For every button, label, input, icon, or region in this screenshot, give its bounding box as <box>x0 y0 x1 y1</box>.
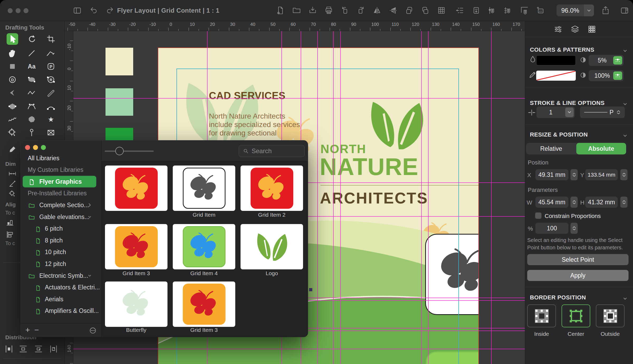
stroke-opacity-slider-button[interactable] <box>613 71 622 80</box>
sidebar-item-10-pitch[interactable]: 10 pitch <box>21 246 102 258</box>
thumbnail-size-slider-knob[interactable] <box>115 147 124 155</box>
distribute-top-icon[interactable] <box>17 343 29 355</box>
open-folder-icon[interactable] <box>292 6 301 15</box>
guide-vertical[interactable] <box>421 31 422 364</box>
sidebar-item-flyer-graphics[interactable]: Flyer Graphics <box>21 176 102 187</box>
share-icon[interactable] <box>601 6 610 15</box>
rectangle-tool[interactable] <box>7 61 18 72</box>
constrain-proportions-checkbox[interactable] <box>535 212 541 219</box>
colors-patterns-collapse-icon[interactable] <box>622 47 629 54</box>
relative-tab[interactable]: Relative <box>526 143 576 154</box>
chevron-right-icon[interactable] <box>87 202 93 208</box>
radius-tool[interactable]: R <box>45 74 57 85</box>
stroke-contrast-icon[interactable] <box>579 71 587 79</box>
y-stepper[interactable] <box>620 169 627 180</box>
colors-patterns-header[interactable]: COLORS & PATTERNS <box>530 46 594 53</box>
distribute-icon[interactable] <box>455 6 465 15</box>
guide-vertical[interactable] <box>428 31 429 364</box>
line-tool[interactable] <box>26 47 37 59</box>
diameter-tool[interactable]: D <box>7 74 18 85</box>
library-more-button[interactable] <box>89 327 97 334</box>
placeholder-tool[interactable] <box>45 127 57 138</box>
chevron-down-icon[interactable] <box>87 214 93 220</box>
resize-position-header[interactable]: RESIZE & POSITION <box>530 131 588 138</box>
undo-icon[interactable] <box>89 6 98 15</box>
star-tool[interactable]: ★ <box>45 114 57 125</box>
center-mark-tool[interactable] <box>7 127 18 138</box>
sidebar-item-pre-installed-libraries[interactable]: Pre-Installed Libraries <box>21 188 102 199</box>
chevron-down-icon[interactable] <box>87 273 93 279</box>
search-input[interactable]: Search <box>239 145 305 157</box>
library-item-card[interactable] <box>173 282 235 327</box>
polyline-tool[interactable] <box>26 87 37 99</box>
selection-handle[interactable] <box>309 288 312 291</box>
flip-horizontal-icon[interactable] <box>372 6 382 15</box>
connected-line-tool[interactable] <box>45 47 57 59</box>
fill-contrast-icon[interactable] <box>579 56 587 64</box>
sidebar-item-all-libraries[interactable]: All Libraries <box>21 152 102 164</box>
x-stepper[interactable] <box>570 169 578 180</box>
grid-table-icon[interactable] <box>437 6 446 15</box>
library-zoom-button[interactable] <box>41 145 46 150</box>
guide-horizontal[interactable] <box>73 349 525 349</box>
tab-settings-icon[interactable] <box>554 25 563 34</box>
border-position-option-outside[interactable] <box>596 304 625 327</box>
fill-color-swatch[interactable] <box>536 55 576 65</box>
polygon-tool[interactable] <box>7 101 18 112</box>
ellipse-tool[interactable] <box>26 74 37 85</box>
sidebar-item-6-pitch[interactable]: 6 pitch <box>21 223 102 235</box>
w-stepper[interactable] <box>570 197 578 208</box>
library-item-card[interactable] <box>105 224 167 269</box>
distribute-horizontal-icon[interactable] <box>3 343 15 355</box>
apply-button[interactable]: Apply <box>527 270 629 281</box>
zoom-control[interactable]: 96.0% <box>557 4 594 16</box>
fit-page-icon[interactable] <box>472 6 481 15</box>
chevron-tool[interactable] <box>7 87 18 99</box>
border-position-header[interactable]: BORDER POSITION <box>530 294 586 301</box>
redo-icon[interactable] <box>105 6 115 15</box>
library-minimize-button[interactable] <box>33 145 38 150</box>
snap-corner-icon[interactable] <box>520 6 529 15</box>
sidebar-item-8-pitch[interactable]: 8 pitch <box>21 235 102 246</box>
duplicate-icon[interactable] <box>405 6 414 15</box>
stroke-opacity-field[interactable]: 100% <box>589 70 624 81</box>
w-field[interactable]: 45.54 mm <box>535 197 568 208</box>
remove-library-button[interactable]: − <box>34 326 39 334</box>
sidebar-item-electronic-symb-[interactable]: Electronic Symb... <box>21 270 102 282</box>
stroke-line-header[interactable]: STROKE & LINE OPTIONS <box>530 100 605 106</box>
select-tool[interactable] <box>7 33 18 45</box>
eyedropper-tool[interactable] <box>7 144 18 155</box>
dimension-linear-icon[interactable] <box>7 169 18 179</box>
horizontal-ruler[interactable]: -50-40-30-20-100102030405060708090100110… <box>65 21 525 31</box>
bezier-tool[interactable] <box>26 101 37 112</box>
sidebar-item-complete-sectio-[interactable]: Complete Sectio... <box>21 199 102 211</box>
stroke-color-swatch[interactable] <box>536 71 576 81</box>
distribute-vertical-center-icon[interactable] <box>33 343 44 355</box>
thumbnail-size-slider[interactable] <box>105 151 154 152</box>
new-document-icon[interactable] <box>276 6 285 15</box>
y-field[interactable]: 133.54 mm <box>585 169 618 180</box>
tab-grid-icon[interactable] <box>587 25 596 34</box>
rotate-right-icon[interactable] <box>356 6 366 15</box>
select-point-button[interactable]: Select Point <box>527 254 629 265</box>
h-stepper[interactable] <box>620 197 627 208</box>
library-item-card[interactable] <box>173 224 235 269</box>
text-tool[interactable]: Aa <box>26 61 37 72</box>
sidebar-item-my-custom-libraries[interactable]: My Custom Libraries <box>21 164 102 176</box>
dimension-angular-icon[interactable] <box>7 179 18 189</box>
zoom-chevron-icon[interactable] <box>584 4 594 16</box>
guide-vertical[interactable] <box>491 31 492 364</box>
fill-opacity-field[interactable]: 5% <box>589 55 624 66</box>
rotate-left-icon[interactable] <box>340 6 349 15</box>
maximize-button[interactable] <box>23 8 28 13</box>
line-style-stepper[interactable] <box>616 109 621 115</box>
library-item-card[interactable] <box>105 166 167 211</box>
align-left-icon[interactable] <box>4 229 16 240</box>
percent-field[interactable]: 100 <box>535 223 568 234</box>
crop-tool[interactable] <box>45 33 57 45</box>
guide-vertical[interactable] <box>317 31 318 364</box>
x-field[interactable]: 49.31 mm <box>535 169 568 180</box>
arc-tool[interactable] <box>45 101 57 112</box>
border-position-option-center[interactable] <box>562 304 590 327</box>
border-position-collapse-icon[interactable] <box>622 295 629 302</box>
